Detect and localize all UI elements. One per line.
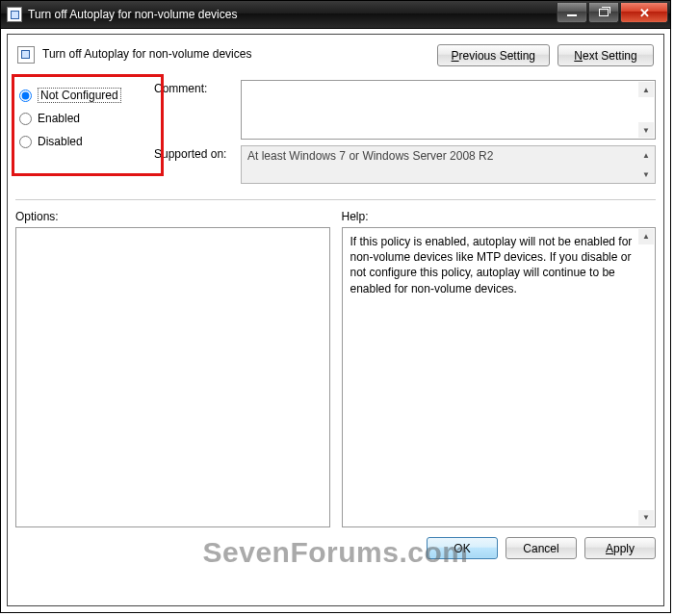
scroll-up-icon[interactable]: ▲ <box>638 82 654 97</box>
supported-on-box: At least Windows 7 or Windows Server 200… <box>241 145 656 184</box>
radio-disabled-input[interactable] <box>19 136 32 148</box>
divider <box>15 199 656 200</box>
apply-button[interactable]: Apply <box>584 537 656 559</box>
close-icon: ✕ <box>639 7 650 19</box>
radio-enabled-input[interactable] <box>19 113 32 125</box>
help-text: If this policy is enabled, autoplay will… <box>350 235 633 295</box>
options-panel <box>15 227 330 527</box>
close-button[interactable]: ✕ <box>620 3 668 23</box>
radio-not-configured[interactable]: Not Configured <box>19 84 150 107</box>
scroll-down-icon[interactable]: ▼ <box>638 122 654 138</box>
radio-enabled[interactable]: Enabled <box>19 107 150 130</box>
comment-textarea[interactable]: ▲ ▼ <box>241 80 656 140</box>
minimize-button[interactable] <box>557 3 587 23</box>
scroll-down-icon[interactable]: ▼ <box>638 510 654 526</box>
cancel-button[interactable]: Cancel <box>506 537 577 559</box>
supported-on-label: Supported on: <box>154 145 241 184</box>
scroll-up-icon[interactable]: ▲ <box>638 147 654 163</box>
scroll-up-icon[interactable]: ▲ <box>638 229 654 244</box>
next-setting-button[interactable]: Next Setting <box>557 44 654 66</box>
radio-disabled[interactable]: Disabled <box>19 130 150 153</box>
policy-name: Turn off Autoplay for non-volume devices <box>42 47 251 61</box>
titlebar[interactable]: Turn off Autoplay for non-volume devices… <box>1 1 670 29</box>
policy-icon <box>17 46 35 64</box>
help-label: Help: <box>342 210 657 223</box>
radio-not-configured-input[interactable] <box>19 90 32 102</box>
policy-app-icon <box>7 7 22 22</box>
previous-setting-button[interactable]: Previous Setting <box>437 44 550 66</box>
scroll-down-icon[interactable]: ▼ <box>638 167 654 182</box>
comment-label: Comment: <box>154 80 241 140</box>
radio-disabled-label: Disabled <box>38 135 83 148</box>
radio-not-configured-label: Not Configured <box>38 88 121 103</box>
minimize-icon <box>567 14 577 16</box>
help-panel: If this policy is enabled, autoplay will… <box>342 227 657 527</box>
options-label: Options: <box>15 210 330 223</box>
ok-button[interactable]: OK <box>427 537 498 559</box>
window-title: Turn off Autoplay for non-volume devices <box>28 8 237 21</box>
restore-button[interactable] <box>588 3 619 23</box>
supported-on-text: At least Windows 7 or Windows Server 200… <box>247 149 493 163</box>
restore-icon <box>599 9 609 16</box>
radio-enabled-label: Enabled <box>38 112 80 125</box>
